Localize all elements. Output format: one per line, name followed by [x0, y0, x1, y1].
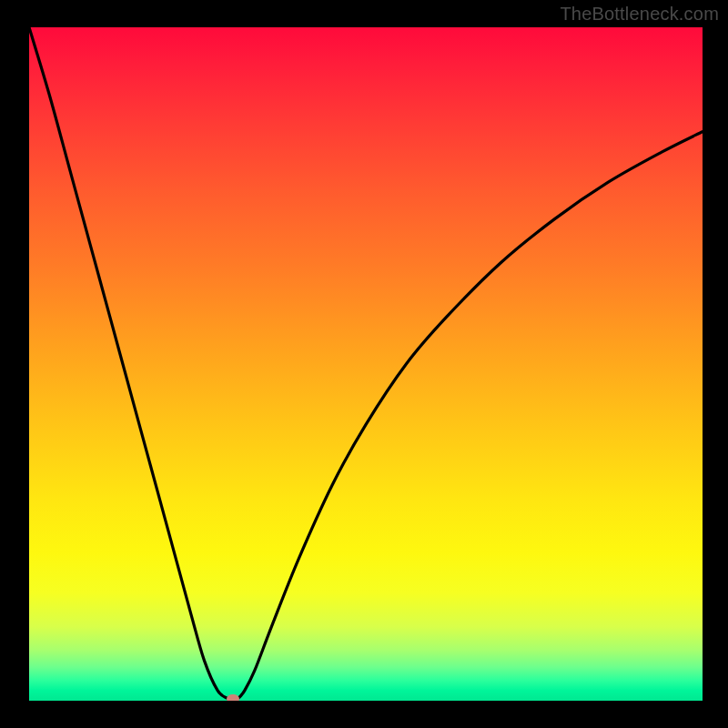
- minimum-marker: [227, 694, 239, 701]
- curve-path: [29, 27, 703, 701]
- watermark-text: TheBottleneck.com: [560, 4, 719, 25]
- chart-frame: TheBottleneck.com: [0, 0, 728, 728]
- bottleneck-curve: [29, 27, 703, 701]
- plot-area: [29, 27, 703, 701]
